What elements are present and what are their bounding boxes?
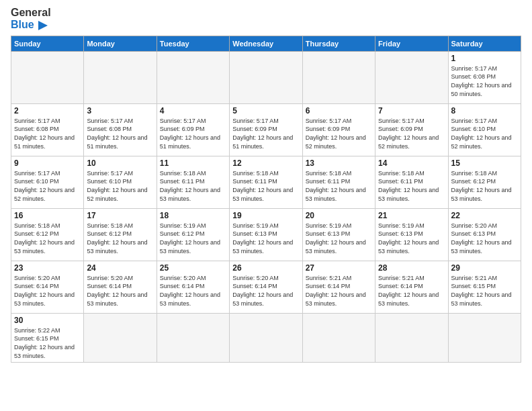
day-info: Sunrise: 5:19 AMSunset: 6:12 PMDaylight:… bbox=[160, 222, 226, 255]
calendar-cell: 13Sunrise: 5:18 AMSunset: 6:11 PMDayligh… bbox=[302, 156, 375, 208]
day-number: 9 bbox=[14, 158, 81, 168]
page: General Blue SundayMondayTuesdayWednesda… bbox=[0, 0, 532, 369]
day-info: Sunrise: 5:18 AMSunset: 6:12 PMDaylight:… bbox=[451, 169, 518, 203]
calendar-cell: 6Sunrise: 5:17 AMSunset: 6:09 PMDaylight… bbox=[302, 103, 375, 156]
day-number: 24 bbox=[87, 263, 153, 273]
logo-area: General Blue bbox=[11, 7, 51, 32]
day-number: 27 bbox=[306, 263, 372, 273]
day-number: 12 bbox=[232, 158, 299, 168]
calendar-cell bbox=[448, 313, 521, 362]
calendar-cell: 20Sunrise: 5:19 AMSunset: 6:13 PMDayligh… bbox=[302, 208, 375, 261]
weekday-header-row: SundayMondayTuesdayWednesdayThursdayFrid… bbox=[11, 36, 521, 51]
day-info: Sunrise: 5:18 AMSunset: 6:11 PMDaylight:… bbox=[378, 169, 445, 203]
day-info: Sunrise: 5:22 AMSunset: 6:15 PMDaylight:… bbox=[14, 326, 81, 360]
calendar-cell bbox=[375, 313, 448, 362]
day-number: 25 bbox=[160, 263, 226, 273]
day-info: Sunrise: 5:17 AMSunset: 6:09 PMDaylight:… bbox=[160, 117, 226, 150]
weekday-header-thursday: Thursday bbox=[302, 36, 375, 51]
calendar-cell: 21Sunrise: 5:19 AMSunset: 6:13 PMDayligh… bbox=[375, 208, 448, 261]
day-info: Sunrise: 5:17 AMSunset: 6:10 PMDaylight:… bbox=[451, 117, 518, 150]
calendar-cell bbox=[157, 51, 229, 103]
calendar-cell: 22Sunrise: 5:20 AMSunset: 6:13 PMDayligh… bbox=[448, 208, 521, 261]
day-number: 2 bbox=[14, 106, 81, 116]
day-number: 16 bbox=[14, 211, 81, 220]
svg-marker-0 bbox=[38, 21, 48, 30]
calendar-cell: 23Sunrise: 5:20 AMSunset: 6:14 PMDayligh… bbox=[11, 261, 84, 313]
day-number: 21 bbox=[378, 211, 445, 220]
weekday-header-tuesday: Tuesday bbox=[157, 36, 229, 51]
day-number: 13 bbox=[306, 158, 372, 168]
day-number: 7 bbox=[378, 106, 445, 116]
day-number: 19 bbox=[232, 211, 299, 220]
calendar-cell: 28Sunrise: 5:21 AMSunset: 6:14 PMDayligh… bbox=[375, 261, 448, 313]
day-info: Sunrise: 5:20 AMSunset: 6:13 PMDaylight:… bbox=[451, 222, 518, 255]
weekday-header-monday: Monday bbox=[84, 36, 157, 51]
calendar-cell bbox=[84, 51, 157, 103]
calendar-cell bbox=[84, 313, 157, 362]
day-info: Sunrise: 5:18 AMSunset: 6:11 PMDaylight:… bbox=[232, 169, 299, 203]
calendar-cell bbox=[302, 51, 375, 103]
day-number: 20 bbox=[306, 211, 372, 220]
calendar-cell: 25Sunrise: 5:20 AMSunset: 6:14 PMDayligh… bbox=[157, 261, 229, 313]
day-info: Sunrise: 5:19 AMSunset: 6:13 PMDaylight:… bbox=[306, 222, 372, 255]
calendar-cell: 17Sunrise: 5:18 AMSunset: 6:12 PMDayligh… bbox=[84, 208, 157, 261]
day-number: 22 bbox=[451, 211, 518, 220]
day-number: 1 bbox=[451, 54, 518, 63]
day-info: Sunrise: 5:17 AMSunset: 6:08 PMDaylight:… bbox=[87, 117, 153, 150]
calendar-cell: 29Sunrise: 5:21 AMSunset: 6:15 PMDayligh… bbox=[448, 261, 521, 313]
day-info: Sunrise: 5:18 AMSunset: 6:12 PMDaylight:… bbox=[87, 222, 153, 255]
day-number: 30 bbox=[14, 316, 81, 325]
calendar-cell: 2Sunrise: 5:17 AMSunset: 6:08 PMDaylight… bbox=[11, 103, 84, 156]
calendar-cell: 19Sunrise: 5:19 AMSunset: 6:13 PMDayligh… bbox=[230, 208, 302, 261]
day-number: 3 bbox=[87, 106, 153, 116]
day-number: 26 bbox=[232, 263, 299, 273]
logo-blue: Blue bbox=[11, 19, 51, 31]
calendar-cell: 9Sunrise: 5:17 AMSunset: 6:10 PMDaylight… bbox=[11, 156, 84, 208]
calendar-cell: 4Sunrise: 5:17 AMSunset: 6:09 PMDaylight… bbox=[157, 103, 229, 156]
day-info: Sunrise: 5:20 AMSunset: 6:14 PMDaylight:… bbox=[87, 274, 153, 308]
calendar-week-2: 2Sunrise: 5:17 AMSunset: 6:08 PMDaylight… bbox=[11, 103, 521, 156]
calendar-cell: 8Sunrise: 5:17 AMSunset: 6:10 PMDaylight… bbox=[448, 103, 521, 156]
logo: General Blue bbox=[11, 7, 51, 32]
calendar-week-4: 16Sunrise: 5:18 AMSunset: 6:12 PMDayligh… bbox=[11, 208, 521, 261]
calendar-week-5: 23Sunrise: 5:20 AMSunset: 6:14 PMDayligh… bbox=[11, 261, 521, 313]
day-number: 18 bbox=[160, 211, 226, 220]
day-number: 11 bbox=[160, 158, 226, 168]
calendar-table: SundayMondayTuesdayWednesdayThursdayFrid… bbox=[11, 36, 521, 363]
day-number: 28 bbox=[378, 263, 445, 273]
weekday-header-friday: Friday bbox=[375, 36, 448, 51]
calendar-week-6: 30Sunrise: 5:22 AMSunset: 6:15 PMDayligh… bbox=[11, 313, 521, 362]
weekday-header-sunday: Sunday bbox=[11, 36, 84, 51]
calendar-cell bbox=[302, 313, 375, 362]
calendar-cell bbox=[375, 51, 448, 103]
calendar-cell: 30Sunrise: 5:22 AMSunset: 6:15 PMDayligh… bbox=[11, 313, 84, 362]
day-info: Sunrise: 5:17 AMSunset: 6:10 PMDaylight:… bbox=[87, 169, 153, 203]
day-info: Sunrise: 5:21 AMSunset: 6:15 PMDaylight:… bbox=[451, 274, 518, 308]
calendar-cell: 3Sunrise: 5:17 AMSunset: 6:08 PMDaylight… bbox=[84, 103, 157, 156]
day-number: 14 bbox=[378, 158, 445, 168]
calendar-cell: 10Sunrise: 5:17 AMSunset: 6:10 PMDayligh… bbox=[84, 156, 157, 208]
weekday-header-saturday: Saturday bbox=[448, 36, 521, 51]
calendar-cell: 18Sunrise: 5:19 AMSunset: 6:12 PMDayligh… bbox=[157, 208, 229, 261]
calendar-cell: 24Sunrise: 5:20 AMSunset: 6:14 PMDayligh… bbox=[84, 261, 157, 313]
day-number: 15 bbox=[451, 158, 518, 168]
calendar-cell: 12Sunrise: 5:18 AMSunset: 6:11 PMDayligh… bbox=[230, 156, 302, 208]
day-info: Sunrise: 5:17 AMSunset: 6:09 PMDaylight:… bbox=[306, 117, 372, 150]
day-info: Sunrise: 5:18 AMSunset: 6:12 PMDaylight:… bbox=[14, 222, 81, 255]
calendar-cell: 11Sunrise: 5:18 AMSunset: 6:11 PMDayligh… bbox=[157, 156, 229, 208]
day-number: 8 bbox=[451, 106, 518, 116]
logo-triangle-icon bbox=[36, 19, 48, 32]
day-number: 10 bbox=[87, 158, 153, 168]
day-number: 5 bbox=[232, 106, 299, 116]
day-info: Sunrise: 5:21 AMSunset: 6:14 PMDaylight:… bbox=[378, 274, 445, 308]
calendar-cell: 7Sunrise: 5:17 AMSunset: 6:09 PMDaylight… bbox=[375, 103, 448, 156]
day-number: 6 bbox=[306, 106, 372, 116]
calendar-week-3: 9Sunrise: 5:17 AMSunset: 6:10 PMDaylight… bbox=[11, 156, 521, 208]
day-info: Sunrise: 5:17 AMSunset: 6:09 PMDaylight:… bbox=[232, 117, 299, 150]
day-info: Sunrise: 5:17 AMSunset: 6:08 PMDaylight:… bbox=[451, 64, 518, 98]
day-number: 29 bbox=[451, 263, 518, 273]
day-info: Sunrise: 5:21 AMSunset: 6:14 PMDaylight:… bbox=[306, 274, 372, 308]
calendar-week-1: 1Sunrise: 5:17 AMSunset: 6:08 PMDaylight… bbox=[11, 51, 521, 103]
day-info: Sunrise: 5:17 AMSunset: 6:10 PMDaylight:… bbox=[14, 169, 81, 203]
calendar-cell: 26Sunrise: 5:20 AMSunset: 6:14 PMDayligh… bbox=[230, 261, 302, 313]
